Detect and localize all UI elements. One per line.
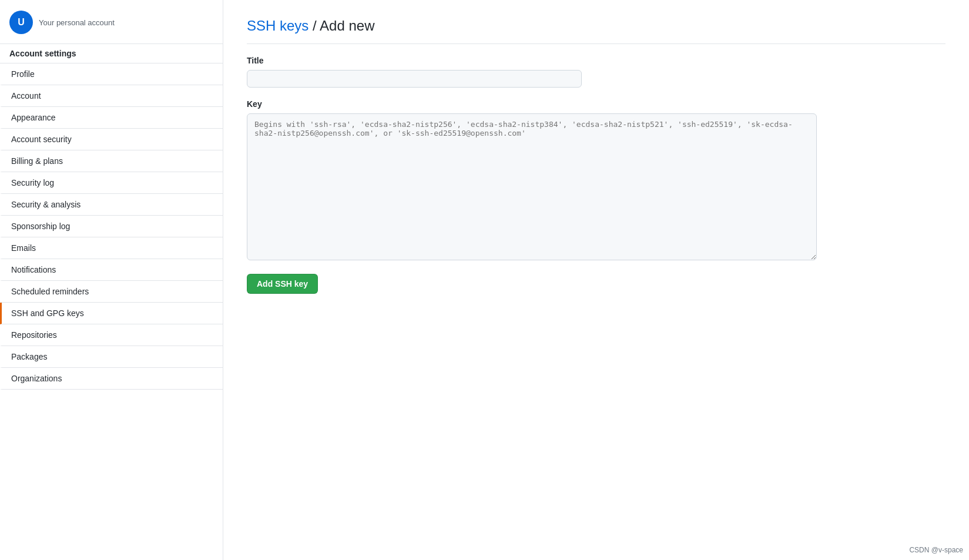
sidebar-items: ProfileAccountAppearanceAccount security… bbox=[0, 63, 223, 390]
settings-label: Account settings bbox=[9, 49, 76, 58]
sidebar-item-appearance[interactable]: Appearance bbox=[0, 107, 223, 129]
sidebar: U Your personal account Account settings… bbox=[0, 0, 223, 560]
title-input[interactable] bbox=[247, 70, 582, 88]
title-label: Title bbox=[247, 56, 945, 65]
key-form-group: Key bbox=[247, 99, 945, 262]
sidebar-item-repositories[interactable]: Repositories bbox=[0, 324, 223, 346]
page-header: SSH keys / Add new bbox=[247, 18, 945, 44]
sidebar-item-account-security[interactable]: Account security bbox=[0, 129, 223, 150]
sidebar-item-ssh-gpg-keys[interactable]: SSH and GPG keys bbox=[0, 303, 223, 324]
user-header: U Your personal account bbox=[0, 6, 223, 44]
sidebar-item-profile[interactable]: Profile bbox=[0, 63, 223, 85]
avatar: U bbox=[9, 11, 33, 34]
page-title: SSH keys / Add new bbox=[247, 18, 945, 34]
add-ssh-key-button[interactable]: Add SSH key bbox=[247, 274, 318, 294]
ssh-keys-breadcrumb-link[interactable]: SSH keys bbox=[247, 18, 309, 33]
sidebar-item-billing[interactable]: Billing & plans bbox=[0, 150, 223, 172]
key-label: Key bbox=[247, 99, 945, 109]
sidebar-header: Account settings bbox=[0, 44, 223, 63]
sidebar-item-scheduled-reminders[interactable]: Scheduled reminders bbox=[0, 281, 223, 303]
sidebar-item-notifications[interactable]: Notifications bbox=[0, 259, 223, 281]
add-new-label: / Add new bbox=[313, 18, 374, 33]
key-textarea[interactable] bbox=[247, 113, 817, 260]
sidebar-item-security-analysis[interactable]: Security & analysis bbox=[0, 194, 223, 216]
sidebar-item-organizations[interactable]: Organizations bbox=[0, 368, 223, 390]
sidebar-item-account[interactable]: Account bbox=[0, 85, 223, 107]
sidebar-item-sponsorship-log[interactable]: Sponsorship log bbox=[0, 216, 223, 237]
main-content: SSH keys / Add new Title Key Add SSH key bbox=[223, 0, 969, 560]
sidebar-item-security-log[interactable]: Security log bbox=[0, 172, 223, 194]
user-info: Your personal account bbox=[39, 18, 115, 27]
title-form-group: Title bbox=[247, 56, 945, 88]
sidebar-item-emails[interactable]: Emails bbox=[0, 237, 223, 259]
watermark: CSDN @v-space bbox=[909, 546, 963, 554]
sidebar-item-packages[interactable]: Packages bbox=[0, 346, 223, 368]
